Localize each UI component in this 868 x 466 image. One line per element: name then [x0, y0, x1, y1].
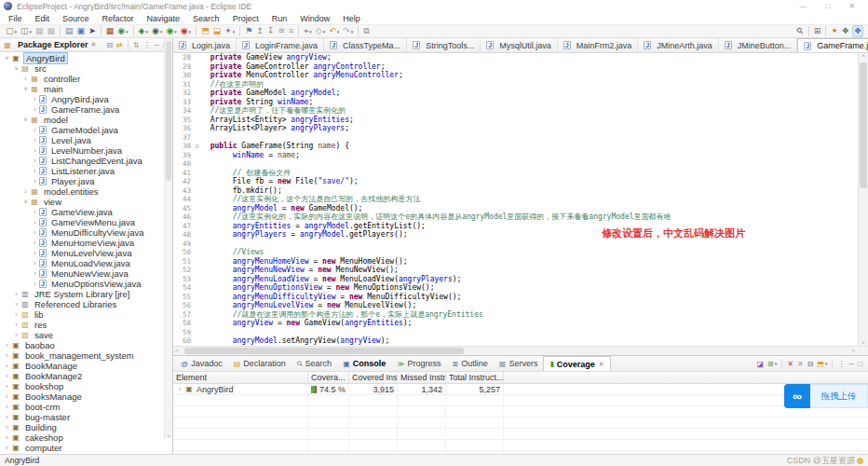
code-text[interactable]: fb.mkdir(); [201, 186, 282, 196]
filters-button[interactable]: ⇅ [132, 39, 141, 51]
panel-tab-javadoc[interactable]: @Javadoc [175, 356, 228, 371]
collapsed-arrow-icon[interactable]: › [31, 158, 39, 164]
remove-session-button[interactable]: ✕ [786, 358, 794, 370]
menu-project[interactable]: Project [226, 14, 265, 23]
tree-item[interactable]: ›▣BookManage [0, 361, 172, 371]
tree-item[interactable]: ›JListChangedEvent.java [0, 156, 172, 166]
code-text[interactable]: //在这里声明的 [201, 80, 264, 89]
tree-item[interactable]: ›JMenuOptionsView.java [0, 279, 172, 289]
scroll-up-icon[interactable]: ˄ [859, 53, 868, 59]
collapsed-arrow-icon[interactable]: › [12, 322, 20, 328]
collapsed-arrow-icon[interactable]: › [12, 311, 20, 318]
panel-tab-console[interactable]: ▣Console [337, 356, 391, 371]
collapsed-arrow-icon[interactable]: › [3, 342, 11, 349]
editor-tab-loginframejava[interactable]: JLoginFrame.java [237, 38, 324, 52]
search-button[interactable]: ⚲ [796, 25, 805, 37]
menu-run[interactable]: Run [265, 14, 294, 23]
column-header-1[interactable]: Covera... [308, 372, 349, 383]
collapsed-arrow-icon[interactable]: › [31, 106, 39, 113]
view-menu-button[interactable]: ⋮ [142, 39, 151, 51]
tree-item[interactable]: ˅▦model [0, 115, 172, 125]
code-text[interactable]: angryMenuHomeView = new MenuHomeView(); [201, 257, 408, 267]
expanded-arrow-icon[interactable]: ˅ [3, 55, 11, 62]
collapsed-arrow-icon[interactable]: › [31, 240, 39, 246]
javadoc-button[interactable]: ⚑ [244, 25, 253, 37]
tree-item[interactable]: ›JGameFrame.java [0, 104, 172, 115]
editor-tab-classtypema[interactable]: JClassTypeMa... [324, 38, 407, 52]
editor-tab-gameframejava[interactable]: JGameFrame.java✕ [797, 38, 868, 52]
column-header-3[interactable]: Missed Instr... [398, 372, 446, 383]
select-tool-button[interactable]: ➤ [88, 25, 97, 37]
tree-item[interactable]: ›▣book_management_system [0, 350, 172, 361]
upload-widget[interactable]: ∞ 拖拽上传 [784, 384, 868, 408]
editor-horizontal-scrollbar[interactable]: ˂ ˃ [173, 346, 868, 355]
open-folder-button[interactable]: ⬒ [200, 25, 210, 37]
collapsed-arrow-icon[interactable]: › [31, 127, 39, 133]
collapsed-arrow-icon[interactable]: › [31, 168, 39, 174]
minimize-view-button[interactable]: ─ [153, 39, 160, 51]
collapsed-arrow-icon[interactable]: › [21, 75, 30, 82]
tree-item[interactable]: ›JLevelNumber.java [0, 145, 172, 156]
panel-tab-servers[interactable]: ▦Servers [494, 356, 544, 371]
maximize-window-button[interactable]: □ [825, 2, 830, 10]
code-text[interactable]: angryMenuOptionsView = new MenuOptionsVi… [201, 283, 434, 293]
code-text[interactable]: public GameFrame(String name) { [201, 142, 349, 151]
mark-occurrences-button[interactable]: ≋ [277, 25, 286, 37]
collapsed-arrow-icon[interactable]: › [31, 260, 39, 267]
pin-editor-button[interactable]: ◇▾ [315, 25, 326, 37]
expanded-arrow-icon[interactable]: ˅ [21, 199, 30, 205]
debug-button[interactable]: ◉▾ [151, 25, 163, 37]
tree-item[interactable]: ›JMenuLevelView.java [0, 248, 172, 258]
fold-marker-icon[interactable]: ⊟ [193, 142, 201, 151]
collapse-all-button[interactable]: ⊟ [105, 39, 114, 51]
tree-item[interactable]: ›▥JRE System Library [jre] [0, 289, 172, 299]
format-button[interactable]: ≡ [288, 25, 294, 37]
editor-hscroll-thumb[interactable] [184, 348, 464, 354]
back-button[interactable]: ↶▾ [328, 25, 340, 37]
code-text[interactable]: private MenuController angryMenuControll… [201, 71, 403, 80]
coverage-button[interactable]: ◈▾ [138, 25, 149, 37]
jee-perspective-button[interactable]: ✦ [830, 25, 839, 37]
next-annotation-button[interactable]: ↧ [266, 25, 276, 37]
tree-item[interactable]: ›JMenuLoadView.java [0, 258, 172, 268]
console-button[interactable]: ▣ [76, 25, 87, 37]
prev-annotation-button[interactable]: ↥ [255, 25, 264, 37]
save-all-button[interactable]: ▩ [47, 25, 57, 37]
tree-item[interactable]: ›JAngryBird.java [0, 94, 172, 104]
code-text[interactable]: //Views [201, 248, 264, 257]
new-button[interactable]: ▢▾ [5, 25, 18, 37]
collapsed-arrow-icon[interactable]: › [31, 178, 39, 185]
tree-item[interactable]: ›▥Referenced Libraries [0, 299, 172, 309]
code-text[interactable]: angryView = new GameView(angryEntities); [201, 319, 412, 328]
tree-item[interactable]: ˅▦view [0, 197, 172, 207]
package-explorer-tab[interactable]: ▦ Package Explorer ✕ [3, 40, 96, 49]
menu-search[interactable]: Search [186, 14, 226, 23]
collapsed-arrow-icon[interactable]: › [3, 445, 11, 451]
tree-item[interactable]: ›▧save [0, 330, 172, 340]
collapsed-arrow-icon[interactable]: › [21, 188, 30, 195]
tree-scrollbar-thumb[interactable] [166, 41, 171, 181]
collapsed-arrow-icon[interactable]: › [3, 434, 11, 441]
maximize-view-button[interactable]: □ [857, 358, 863, 370]
code-text[interactable]: winName = name; [201, 151, 300, 160]
collapsed-arrow-icon[interactable]: › [3, 383, 11, 390]
new-java-project-button[interactable]: ▦ [105, 25, 115, 37]
code-text[interactable]: ArrayList<Player> angryPlayers; [201, 124, 349, 133]
code-editor[interactable]: 28 private GameView angryView;29 private… [173, 53, 868, 346]
collapsed-arrow-icon[interactable]: › [31, 96, 39, 103]
collapsed-arrow-icon[interactable]: › [31, 250, 39, 256]
close-icon[interactable]: ✕ [599, 361, 604, 368]
launch-coverage-button[interactable]: ⊞▾ [766, 358, 778, 370]
column-header-4[interactable]: Total Instruct... [446, 372, 504, 383]
editor-tab-mysqlutiljava[interactable]: JMysqlUtil.java [481, 38, 558, 52]
expanded-arrow-icon[interactable]: ˅ [12, 65, 20, 72]
close-icon[interactable]: ✕ [91, 41, 97, 48]
annotation-nav-button[interactable]: ⌖▾ [303, 25, 313, 37]
code-text[interactable]: angryMenuDifficultyView = new MenuDiffic… [201, 293, 461, 302]
code-text[interactable]: angryMenuLoadView = new MenuLoadView(ang… [201, 275, 461, 284]
editor-tab-jminebutton[interactable]: JJMineButton... [719, 38, 798, 52]
tree-item[interactable]: ›▧lib [0, 309, 172, 320]
scroll-left-icon[interactable]: ˂ [175, 348, 179, 353]
tree-item[interactable]: ›JGameModel.java [0, 125, 172, 135]
debug-perspective-button[interactable]: ❖ [841, 25, 850, 37]
